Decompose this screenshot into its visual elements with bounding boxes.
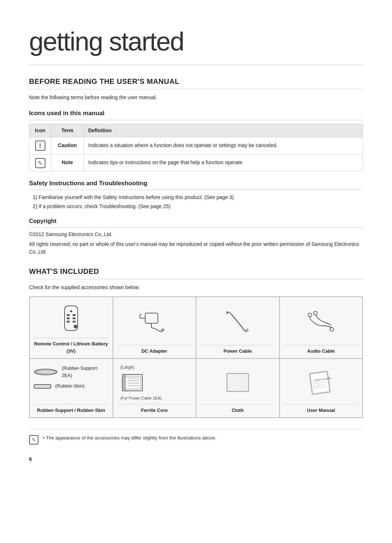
- svg-rect-32: [122, 374, 125, 391]
- accessory-icon-audio: [283, 302, 359, 342]
- svg-point-1: [70, 310, 72, 312]
- copyright-line: ©2012 Samsung Electronics Co.,Ltd.: [29, 231, 363, 238]
- svg-rect-2: [67, 314, 70, 316]
- svg-line-11: [161, 329, 164, 330]
- user-manual-label: User Manual: [283, 404, 359, 414]
- svg-rect-9: [145, 313, 158, 323]
- accessory-rubber: (Rubber-Support: 2EA) (Rubber-Skin) Rubb…: [29, 358, 113, 418]
- safety-heading: Safety Instructions and Troubleshooting: [29, 179, 363, 190]
- svg-rect-7: [73, 321, 75, 323]
- footer-note-text: ▪The appearance of the accessories may d…: [43, 434, 216, 442]
- list-item: If a problem occurs, check Troubleshooti…: [33, 203, 363, 210]
- accessory-dc-adapter: DC Adapter: [113, 297, 196, 358]
- note-icon: ✎: [35, 158, 45, 168]
- svg-rect-25: [34, 385, 51, 388]
- copyright-heading: Copyright: [29, 217, 363, 228]
- cloth-svg: [220, 368, 256, 397]
- caution-icon-cell: !: [29, 137, 51, 154]
- accessory-icon-dc: [117, 302, 192, 342]
- list-item: Familiarise yourself with the Safety Ins…: [33, 194, 363, 201]
- remote-control-svg: [53, 304, 89, 333]
- accessory-icon-cloth: [200, 364, 275, 401]
- rubber-support-label: (Rubber-Support: 2EA): [62, 365, 109, 379]
- accessory-cloth: Cloth: [196, 358, 279, 418]
- note-term: Note: [51, 154, 84, 171]
- before-reading-intro: Note the following terms before reading …: [29, 94, 363, 101]
- accessory-power-cable: Power Cable: [196, 297, 279, 358]
- col-term: Term: [51, 124, 84, 137]
- dc-adapter-label: DC Adapter: [117, 345, 192, 355]
- page-number: 6: [29, 455, 363, 463]
- svg-line-14: [246, 329, 248, 330]
- svg-rect-3: [73, 314, 75, 316]
- audio-cable-label: Audio Cable: [283, 345, 359, 355]
- col-definition: Definition: [84, 124, 363, 137]
- svg-rect-6: [67, 321, 70, 323]
- icons-subsection: Icons used in this manual Icon Term Defi…: [29, 109, 363, 171]
- accessory-icon-remote: [33, 302, 109, 335]
- before-reading-heading: BEFORE READING THE USER'S MANUAL: [29, 76, 363, 89]
- dc-adapter-svg: [136, 308, 172, 337]
- accessory-audio-cable: Audio Cable: [279, 297, 363, 358]
- ferrite-sub-label-power: (For Power Cable 1EA): [121, 395, 162, 401]
- note-icon-cell: ✎: [29, 154, 51, 171]
- svg-point-20: [330, 328, 334, 331]
- power-cable-label: Power Cable: [200, 345, 275, 355]
- rubber-skin-item: (Rubber-Skin): [33, 382, 85, 390]
- svg-line-12: [162, 330, 164, 331]
- rubber-label: Rubber-Support / Rubber-Skin: [33, 404, 109, 414]
- power-cable-svg: [220, 308, 256, 337]
- svg-point-22: [314, 311, 317, 315]
- svg-rect-5: [73, 317, 75, 319]
- icons-table: Icon Term Definition ! Caution Indicates…: [29, 124, 363, 171]
- note-definition: Indicates tips or instructions on the pa…: [84, 154, 363, 171]
- page-title: getting started: [29, 22, 363, 65]
- rubber-support-item: (Rubber-Support: 2EA): [33, 365, 109, 379]
- caution-icon: !: [35, 141, 45, 151]
- ferrite-core-label: Ferrite Core: [117, 404, 192, 414]
- accessory-icon-power: [200, 302, 275, 342]
- accessory-ferrite-core: (Large) (For Power Cable 1EA) Ferrite Co…: [113, 358, 196, 418]
- svg-point-24: [34, 370, 57, 373]
- whats-included-heading: WHAT'S INCLUDED: [29, 266, 363, 279]
- svg-line-15: [246, 330, 249, 332]
- rubber-skin-svg: [33, 383, 52, 389]
- accessory-icon-ferrite: (Large) (For Power Cable 1EA): [117, 364, 192, 401]
- accessories-grid: Remote Control / Lithium Battery (3V): [29, 296, 363, 418]
- accessory-remote-control: Remote Control / Lithium Battery (3V): [29, 297, 113, 358]
- svg-rect-4: [67, 317, 70, 319]
- accessory-icon-manual: USER'S GUIDE: [283, 364, 359, 401]
- section-before-reading: BEFORE READING THE USER'S MANUAL Note th…: [29, 76, 363, 256]
- rubber-items: (Rubber-Support: 2EA) (Rubber-Skin): [33, 365, 109, 401]
- note-footer-icon: ✎: [29, 435, 38, 445]
- ferrite-sub-label-large: (Large): [121, 364, 135, 370]
- caution-definition: Indicates a situation where a function d…: [84, 137, 363, 154]
- user-manual-svg: USER'S GUIDE: [303, 368, 339, 397]
- rubber-skin-label: (Rubber-Skin): [55, 382, 85, 390]
- svg-point-18: [308, 313, 312, 317]
- svg-point-8: [74, 325, 77, 328]
- table-row: ! Caution Indicates a situation where a …: [29, 137, 363, 154]
- note-footer: ✎ ▪The appearance of the accessories may…: [29, 429, 363, 445]
- ferrite-core-svg: [121, 373, 146, 394]
- audio-cable-svg: [303, 308, 339, 337]
- rights-text: All rights reserved; no part or whole of…: [29, 240, 363, 256]
- svg-rect-33: [227, 373, 249, 392]
- safety-list: Familiarise yourself with the Safety Ins…: [33, 194, 363, 210]
- caution-term: Caution: [51, 137, 84, 154]
- rubber-support-svg: [33, 368, 58, 376]
- icons-subsection-heading: Icons used in this manual: [29, 109, 363, 120]
- remote-control-label: Remote Control / Lithium Battery (3V): [33, 338, 109, 354]
- accessories-intro: Check for the supplied accessories shown…: [29, 284, 363, 291]
- svg-line-16: [226, 311, 228, 312]
- copyright-subsection: Copyright ©2012 Samsung Electronics Co.,…: [29, 217, 363, 256]
- table-row: ✎ Note Indicates tips or instructions on…: [29, 154, 363, 171]
- col-icon: Icon: [29, 124, 51, 137]
- accessory-user-manual: USER'S GUIDE User Manual: [279, 358, 363, 418]
- safety-subsection: Safety Instructions and Troubleshooting …: [29, 179, 363, 211]
- section-whats-included: WHAT'S INCLUDED Check for the supplied a…: [29, 266, 363, 445]
- cloth-label: Cloth: [200, 404, 275, 414]
